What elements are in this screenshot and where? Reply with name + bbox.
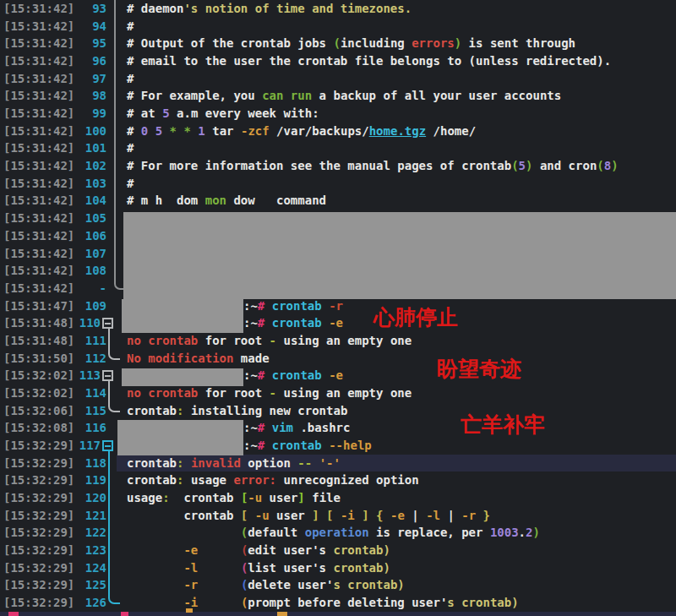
line-number[interactable]: 120 (73, 489, 106, 507)
line-number[interactable]: 123 (73, 542, 106, 559)
line-number[interactable]: 107 (73, 245, 106, 263)
text-span: for root (198, 386, 269, 400)
line-number[interactable]: - (73, 280, 106, 297)
line-number[interactable]: 119 (73, 472, 106, 489)
text-span: -l (426, 509, 440, 522)
line-number[interactable]: 121 (73, 507, 106, 525)
text-span: prompt before deleting user' (248, 596, 447, 609)
text-span: -u (248, 491, 262, 504)
text-span (198, 543, 241, 557)
log-row-93: [15:31:42]93# daemon's notion of time an… (0, 0, 676, 18)
line-number[interactable]: 99 (73, 105, 106, 123)
log-text: # (127, 139, 134, 157)
line-number[interactable]: 122 (73, 524, 106, 542)
text-span: # m h dom (127, 194, 205, 207)
line-number[interactable]: 111 (73, 332, 106, 350)
text-span: /home/ (426, 124, 476, 138)
line-number[interactable]: 125 (73, 576, 106, 594)
text-span (384, 509, 390, 522)
text-span (148, 124, 155, 138)
line-number[interactable]: 104 (73, 192, 106, 210)
line-number[interactable]: 118 (73, 455, 106, 472)
fold-scope-line (108, 329, 120, 361)
text-span: usage (127, 491, 162, 504)
log-row-124: [15:32:29]124 -l (list user's crontab) (0, 559, 676, 577)
log-text: -l (list user's crontab) (127, 559, 390, 577)
line-number[interactable]: 93 (73, 0, 106, 18)
log-text: # daemon's notion of time and timezones. (127, 0, 412, 18)
text-span: a backup of all your user accounts (312, 89, 561, 102)
line-number[interactable]: 108 (73, 262, 106, 280)
log-text: (default operation is replace, per 1003.… (127, 524, 540, 542)
text-span: -r (183, 578, 198, 591)
line-number[interactable]: 97 (73, 70, 106, 88)
timestamp: [15:31:42] (3, 280, 74, 297)
text-span: using an empty one (276, 386, 412, 400)
text-span: -e (183, 543, 198, 557)
log-text: :~# crontab -e (243, 367, 343, 384)
text-span: crontab (264, 299, 321, 313)
timestamp: [15:32:29] (3, 437, 74, 455)
line-number[interactable]: 124 (73, 559, 106, 577)
line-number[interactable]: 103 (73, 175, 106, 193)
text-span: -e (390, 509, 405, 522)
text-span: # at (127, 106, 162, 120)
line-number[interactable]: 109 (73, 297, 106, 315)
line-number[interactable]: 113 (73, 367, 101, 384)
line-number[interactable]: 105 (73, 210, 106, 227)
line-number[interactable]: 117 (73, 437, 101, 455)
text-span: .bashrc (293, 421, 350, 434)
text-span (312, 456, 319, 470)
line-number[interactable]: 101 (73, 139, 106, 157)
line-number[interactable]: 96 (73, 52, 106, 70)
log-text: # (127, 175, 134, 193)
text-span: 5 (519, 159, 526, 172)
text-span: is replace, per (369, 526, 490, 539)
text-span: s crontab) (447, 596, 518, 609)
line-number[interactable]: 102 (73, 157, 106, 175)
text-span: no crontab (127, 386, 198, 400)
log-row-120: [15:32:29]120usage: crontab [-u user] fi… (0, 489, 676, 507)
line-number[interactable]: 95 (73, 35, 106, 52)
timestamp: [15:32:29] (3, 542, 74, 559)
text-span: file (305, 491, 341, 504)
log-text: :~# crontab -r (243, 297, 343, 315)
timestamp: [15:31:42] (3, 262, 74, 280)
log-text: -e (edit user's crontab) (127, 542, 390, 559)
text-span: crontab) (333, 561, 390, 575)
text-span: # (127, 19, 134, 33)
text-span: crontab (127, 404, 177, 417)
fold-collapse-icon[interactable] (102, 440, 113, 451)
line-number[interactable]: 126 (73, 594, 106, 612)
text-span: installing new crontab (183, 404, 347, 417)
text-span: crontab (264, 368, 321, 382)
line-number[interactable]: 106 (73, 227, 106, 245)
line-number[interactable]: 94 (73, 18, 106, 35)
timestamp: [15:31:50] (3, 350, 74, 368)
line-number[interactable]: 114 (73, 384, 106, 402)
line-number[interactable]: 98 (73, 87, 106, 105)
log-text: usage: crontab [-u user] file (127, 489, 341, 507)
log-text: # (127, 18, 134, 35)
line-number[interactable]: 110 (73, 314, 101, 332)
text-span: operation (305, 526, 369, 539)
text-span: crontab (264, 316, 321, 330)
log-text: # at 5 a.m every week with: (127, 105, 319, 123)
log-text: # 0 5 * * 1 tar -zcf /var/backups/home.t… (127, 123, 476, 140)
text-span: usage (183, 473, 233, 487)
log-row-117: [15:32:29]117:~# crontab --help (0, 437, 676, 455)
timestamp: [15:32:02] (3, 384, 74, 402)
line-number[interactable]: 116 (73, 419, 106, 437)
text-span: can run (262, 89, 312, 102)
fold-collapse-icon[interactable] (102, 318, 113, 329)
log-text: no crontab for root - using an empty one (127, 384, 412, 402)
timestamp: [15:32:29] (3, 472, 74, 489)
text-span: : (162, 491, 169, 504)
line-number[interactable]: 115 (73, 402, 106, 420)
line-number[interactable]: 112 (73, 350, 106, 368)
annotation-text: 亡羊补牢 (461, 414, 545, 436)
fold-collapse-icon[interactable] (102, 370, 113, 381)
log-row-121: [15:32:29]121 crontab [ -u user ] [ -i ]… (0, 507, 676, 525)
timestamp: [15:32:08] (3, 419, 74, 437)
line-number[interactable]: 100 (73, 123, 106, 140)
